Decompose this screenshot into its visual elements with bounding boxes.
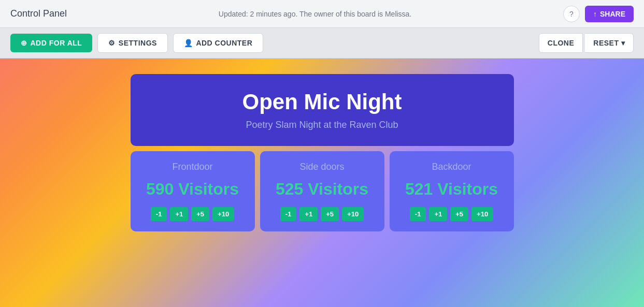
share-button[interactable]: ↑ SHARE <box>585 6 634 22</box>
add-for-all-button[interactable]: ⊕ ADD FOR ALL <box>10 34 92 52</box>
add-for-all-label: ADD FOR ALL <box>31 39 82 47</box>
counter-card-1: Side doors525 Visitors-1+1+5+10 <box>260 151 384 231</box>
counter-buttons-0: -1+1+5+10 <box>139 207 247 221</box>
counter-btn-1-2[interactable]: +5 <box>321 207 339 221</box>
counter-btn-0-3[interactable]: +10 <box>212 207 234 221</box>
counter-card-2: Backdoor521 Visitors-1+1+5+10 <box>390 151 514 231</box>
reset-label: RESET <box>593 39 619 47</box>
reset-button[interactable]: RESET ▾ <box>585 33 634 53</box>
panel-header: Control Panel Updated: 2 minutes ago. Th… <box>0 0 644 28</box>
panel-title: Control Panel <box>10 8 67 19</box>
counter-btn-2-2[interactable]: +5 <box>450 207 468 221</box>
add-counter-button[interactable]: 👤 ADD COUNTER <box>173 33 263 53</box>
counter-label-2: Backdoor <box>398 162 506 172</box>
counter-btn-1-1[interactable]: +1 <box>299 207 318 221</box>
counter-label-0: Frontdoor <box>139 162 247 172</box>
toolbar-right: CLONE RESET ▾ <box>539 33 634 53</box>
panel-toolbar: ⊕ ADD FOR ALL ⚙ SETTINGS 👤 ADD COUNTER C… <box>0 28 644 58</box>
person-plus-icon: 👤 <box>184 39 193 47</box>
counter-btn-1-0[interactable]: -1 <box>280 207 297 221</box>
help-button[interactable]: ? <box>563 6 580 22</box>
counter-btn-2-1[interactable]: +1 <box>429 207 447 221</box>
counters-row: Frontdoor590 Visitors-1+1+5+10Side doors… <box>131 151 514 231</box>
control-panel: Control Panel Updated: 2 minutes ago. Th… <box>0 0 644 59</box>
gear-icon: ⚙ <box>108 39 116 47</box>
counter-btn-0-0[interactable]: -1 <box>151 207 167 221</box>
counter-value-2: 521 Visitors <box>398 180 506 199</box>
event-subtitle: Poetry Slam Night at the Raven Club <box>141 120 504 130</box>
counter-btn-0-2[interactable]: +5 <box>191 207 209 221</box>
settings-button[interactable]: ⚙ SETTINGS <box>97 33 168 53</box>
counter-btn-1-3[interactable]: +10 <box>342 207 364 221</box>
share-label: SHARE <box>600 10 625 18</box>
counter-btn-2-3[interactable]: +10 <box>471 207 493 221</box>
panel-status: Updated: 2 minutes ago. The owner of thi… <box>219 10 412 18</box>
share-arrow-icon: ↑ <box>593 10 597 18</box>
panel-header-right: ? ↑ SHARE <box>563 6 634 22</box>
plus-circle-icon: ⊕ <box>21 39 27 47</box>
counter-label-1: Side doors <box>268 162 376 172</box>
counter-card-0: Frontdoor590 Visitors-1+1+5+10 <box>131 151 255 231</box>
counter-btn-2-0[interactable]: -1 <box>410 207 426 221</box>
clone-button[interactable]: CLONE <box>539 33 583 53</box>
counter-btn-0-1[interactable]: +1 <box>170 207 188 221</box>
event-title: Open Mic Night <box>141 90 504 114</box>
add-counter-label: ADD COUNTER <box>196 39 252 47</box>
chevron-down-icon: ▾ <box>621 39 625 47</box>
counter-buttons-2: -1+1+5+10 <box>398 207 506 221</box>
event-header: Open Mic Night Poetry Slam Night at the … <box>131 74 514 146</box>
counter-buttons-1: -1+1+5+10 <box>268 207 376 221</box>
main-content: Open Mic Night Poetry Slam Night at the … <box>0 59 644 247</box>
counter-value-0: 590 Visitors <box>139 180 247 199</box>
settings-label: SETTINGS <box>119 39 157 47</box>
counter-value-1: 525 Visitors <box>268 180 376 199</box>
